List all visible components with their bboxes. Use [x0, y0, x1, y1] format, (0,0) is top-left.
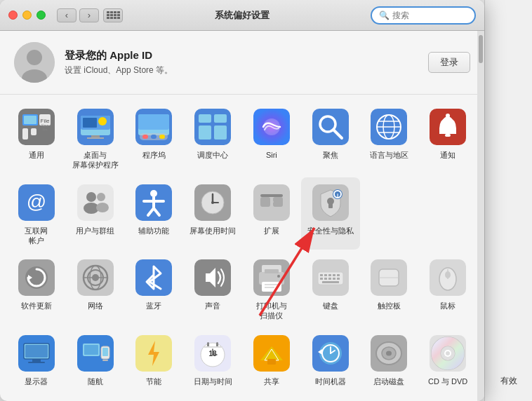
svg-rect-30 — [214, 125, 227, 140]
svg-rect-97 — [333, 274, 335, 276]
right-panel: 有效 — [484, 0, 532, 401]
display-icon — [17, 334, 56, 373]
icon-cddvd[interactable]: CD 与 DVD — [418, 328, 477, 390]
general-icon: FileNewDoc — [17, 107, 56, 147]
internet-label: 互联网帐户 — [25, 226, 48, 246]
svg-rect-63 — [253, 184, 290, 221]
icon-network[interactable]: 网络 — [66, 252, 125, 325]
softwareupdate-icon — [17, 258, 56, 297]
icon-sidecar[interactable]: 随航 — [66, 328, 125, 390]
svg-rect-103 — [337, 278, 340, 280]
scrollbar[interactable] — [477, 31, 484, 401]
svg-rect-101 — [328, 278, 331, 280]
svg-rect-115 — [32, 359, 41, 362]
mouse-label: 鼠标 — [440, 301, 455, 311]
spotlight-label: 聚焦 — [323, 150, 338, 160]
forward-button[interactable]: › — [79, 8, 99, 22]
bluetooth-icon — [134, 258, 173, 297]
profile-title: 登录您的 Apple ID — [65, 49, 418, 62]
icon-startup[interactable]: 启动磁盘 — [360, 328, 419, 390]
cddvd-icon — [428, 334, 467, 373]
icon-trackpad[interactable]: 触控板 — [360, 252, 419, 325]
icon-security[interactable]: i 安全性与隐私 — [301, 177, 360, 250]
svg-rect-29 — [199, 125, 211, 140]
mission-icon — [193, 107, 232, 147]
back-button[interactable]: ‹ — [57, 8, 77, 22]
icon-spotlight[interactable]: 聚焦 — [301, 102, 360, 175]
icon-display[interactable]: 显示器 — [7, 328, 66, 390]
icons-row-3: 软件更新 网络 蓝牙 声音 — [7, 252, 477, 325]
printer-label: 打印机与扫描仪 — [256, 301, 287, 321]
screentime-label: 屏幕使用时间 — [189, 226, 236, 236]
avatar — [14, 42, 55, 83]
icon-screentime[interactable]: 屏幕使用时间 — [183, 177, 242, 250]
siri-icon — [252, 107, 291, 147]
svg-rect-27 — [199, 114, 211, 123]
svg-rect-21 — [138, 114, 169, 130]
timemachine-icon — [311, 334, 350, 373]
svg-rect-104 — [322, 281, 339, 283]
softwareupdate-label: 软件更新 — [21, 301, 52, 311]
keyboard-label: 键盘 — [323, 301, 338, 311]
printer-icon — [252, 258, 291, 297]
minimize-button[interactable] — [22, 11, 32, 20]
extensions-icon — [252, 183, 291, 222]
icon-sound[interactable]: 声音 — [183, 252, 242, 325]
notification-label: 通知 — [440, 150, 455, 160]
desktop-icon — [76, 107, 115, 147]
svg-rect-24 — [151, 135, 157, 139]
icon-users[interactable]: 用户与群组 — [66, 177, 125, 250]
search-box[interactable]: 🔍 — [371, 6, 476, 25]
sidecar-icon — [76, 334, 115, 373]
icon-softwareupdate[interactable]: 软件更新 — [7, 252, 66, 325]
grid-icon — [107, 11, 120, 19]
language-label: 语言与地区 — [370, 150, 408, 160]
svg-rect-66 — [260, 194, 283, 197]
svg-rect-69 — [328, 203, 333, 208]
icons-area: FileNewDoc 通用 桌面与屏幕保护程序 程序坞 — [0, 95, 484, 401]
icon-datetime[interactable]: 18 日期与时间 — [183, 328, 242, 390]
energy-label: 节能 — [146, 376, 161, 386]
icon-notification[interactable]: 通知 — [418, 102, 477, 175]
desktop-label: 桌面与屏幕保护程序 — [72, 150, 119, 170]
profile-section: 登录您的 Apple ID 设置 iCloud、App Store 等。 登录 — [0, 31, 484, 95]
svg-rect-28 — [214, 114, 227, 123]
datetime-label: 日期与时间 — [194, 376, 232, 386]
window-title: 系统偏好设置 — [215, 9, 270, 22]
icon-timemachine[interactable]: 时间机器 — [301, 328, 360, 390]
svg-rect-25 — [159, 135, 165, 139]
icon-general[interactable]: FileNewDoc 通用 — [7, 102, 66, 175]
icon-internet[interactable]: @ 互联网帐户 — [7, 177, 66, 250]
search-input[interactable] — [392, 11, 467, 20]
sidecar-label: 随航 — [88, 376, 103, 386]
icon-keyboard[interactable]: 键盘 — [301, 252, 360, 325]
icon-desktop[interactable]: 桌面与屏幕保护程序 — [66, 102, 125, 175]
icon-energy[interactable]: 节能 — [125, 328, 184, 390]
svg-point-62 — [211, 201, 214, 204]
icon-printer[interactable]: 打印机与扫描仪 — [242, 252, 301, 325]
icon-sharing[interactable]: 共享 — [242, 328, 301, 390]
icon-language[interactable]: 语言与地区 — [360, 102, 419, 175]
icon-accessibility[interactable]: 辅助功能 — [125, 177, 184, 250]
icon-siri[interactable]: Siri — [242, 102, 301, 175]
close-button[interactable] — [8, 11, 18, 20]
login-button[interactable]: 登录 — [428, 52, 470, 73]
sharing-label: 共享 — [264, 376, 279, 386]
siri-label: Siri — [266, 150, 277, 160]
sharing-icon — [252, 334, 291, 373]
icon-empty-2 — [418, 177, 477, 250]
grid-view-button[interactable] — [103, 8, 123, 22]
svg-point-16 — [98, 117, 107, 125]
display-label: 显示器 — [25, 376, 48, 386]
icon-bluetooth[interactable]: 蓝牙 — [125, 252, 184, 325]
svg-rect-33 — [312, 109, 349, 145]
spotlight-icon — [311, 107, 350, 147]
titlebar: ‹ › 系统偏好设置 🔍 — [0, 0, 484, 31]
maximize-button[interactable] — [36, 11, 46, 20]
icon-dock[interactable]: 程序坞 — [125, 102, 184, 175]
scroll-thumb[interactable] — [479, 35, 483, 63]
icon-extensions[interactable]: 扩展 — [242, 177, 301, 250]
svg-point-143 — [386, 351, 392, 355]
icon-mouse[interactable]: 鼠标 — [418, 252, 477, 325]
icon-mission[interactable]: 调度中心 — [183, 102, 242, 175]
